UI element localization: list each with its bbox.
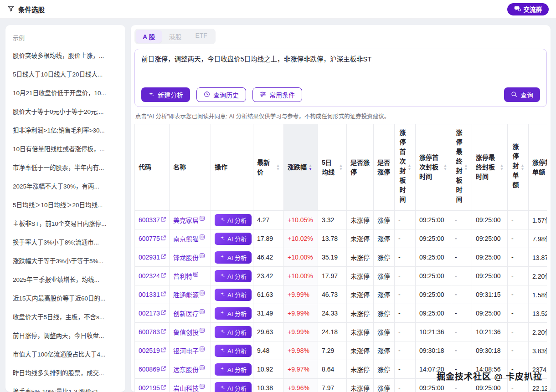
example-list-item[interactable]: 10月21日收盘价低于开盘价，10... bbox=[13, 83, 118, 102]
query-box: 前日涨停，调整两天，今日收盘价5日均线之上，非涨停非跌停，沪深主板非ST 新建分… bbox=[134, 49, 547, 107]
stock-code-link[interactable]: 600783 bbox=[139, 328, 166, 336]
ai-analyze-button[interactable]: AI 分析 bbox=[215, 382, 252, 392]
cell-last-seal-time: 09:31:15 bbox=[472, 285, 508, 304]
example-list-item[interactable]: 股价突破多根均线，股价上涨，... bbox=[13, 46, 118, 64]
example-list-item[interactable]: 昨日均线多头排列的股票，成交... bbox=[13, 363, 118, 382]
example-list-item[interactable]: 扣非净利润>1亿;销售毛利率>30... bbox=[13, 120, 118, 139]
kline-chart-icon bbox=[200, 364, 205, 372]
column-label: 是否涨停 bbox=[377, 158, 391, 177]
ai-analyze-button[interactable]: AI 分析 bbox=[215, 214, 252, 226]
stock-code-link[interactable]: 002173 bbox=[139, 310, 166, 317]
stock-name-link[interactable]: 南京熊猫 bbox=[173, 234, 205, 243]
stock-name-link[interactable]: 普利特 bbox=[173, 271, 198, 280]
common-conditions-button[interactable]: 常用条件 bbox=[252, 87, 302, 102]
stock-code-link[interactable]: 001331 bbox=[139, 291, 166, 298]
ai-analyze-button[interactable]: AI 分析 bbox=[215, 345, 252, 357]
cell-name: 远东股份 bbox=[170, 360, 211, 379]
column-header-code: 代码 bbox=[135, 124, 170, 211]
chat-group-button[interactable]: 交流群 bbox=[507, 3, 549, 15]
stock-name-link[interactable]: 鲁信创投 bbox=[173, 327, 205, 336]
kline-chart-icon bbox=[200, 308, 205, 316]
column-header-first_seal_b[interactable]: 涨停首次封板时间▲▼ bbox=[416, 124, 451, 211]
stock-name-link[interactable]: 远东股份 bbox=[173, 365, 205, 374]
example-list-item[interactable]: 换手率大于3%小于8%;流通市... bbox=[13, 232, 118, 251]
stock-name-link[interactable]: 胜通能源 bbox=[173, 290, 205, 299]
stock-code-link[interactable]: 600775 bbox=[139, 235, 166, 242]
ai-analyze-button[interactable]: AI 分析 bbox=[215, 251, 252, 264]
stock-code-link[interactable]: 002195 bbox=[139, 384, 166, 392]
query-history-button[interactable]: 查询历史 bbox=[196, 87, 246, 102]
cell-limit-today: 未涨停 bbox=[347, 211, 374, 229]
page-title: 条件选股 bbox=[18, 5, 45, 14]
column-header-first_seal_a[interactable]: 涨停首次封板时间▲▼ bbox=[395, 124, 416, 211]
column-header-last_seal_a[interactable]: 涨停最终封板时间▲▼ bbox=[451, 124, 472, 211]
sort-caret-icon[interactable]: ▲▼ bbox=[443, 164, 447, 171]
example-list-item[interactable]: 主板非ST，前10个交易日内涨停... bbox=[13, 214, 118, 232]
tab-a-share[interactable]: A 股 bbox=[136, 30, 162, 43]
example-list-item[interactable]: 2025年三季报业绩增长，均线... bbox=[13, 270, 118, 288]
example-list-item[interactable]: 前日涨停，调整两天，今日收盘... bbox=[13, 326, 118, 344]
cell-change: +10.00% bbox=[284, 248, 318, 267]
stock-name-link[interactable]: 美克家居 bbox=[173, 215, 205, 224]
stock-name-link[interactable]: 岩山科技 bbox=[173, 383, 205, 392]
stock-code: 002195 bbox=[139, 384, 160, 392]
example-list-item[interactable]: 10日有倍量阳线柱或者涨停板，... bbox=[13, 139, 118, 158]
stock-name-link[interactable]: 锋龙股份 bbox=[173, 253, 205, 262]
cell-last-seal-time: 09:25:00 bbox=[472, 304, 508, 323]
stock-code-link[interactable]: 600869 bbox=[139, 366, 166, 373]
new-analysis-button[interactable]: 新建分析 bbox=[141, 87, 190, 102]
sort-caret-icon[interactable]: ▲▼ bbox=[309, 164, 312, 171]
example-list-item[interactable]: 5日线大于10日线大于20日线大... bbox=[13, 64, 118, 83]
query-input[interactable]: 前日涨停，调整两天，今日收盘价5日均线之上，非涨停非跌停，沪深主板非ST bbox=[141, 55, 540, 85]
ai-analyze-button[interactable]: AI 分析 bbox=[215, 270, 252, 282]
stock-code-link[interactable]: 002324 bbox=[139, 272, 166, 280]
stock-code-link[interactable]: 600337 bbox=[139, 216, 166, 224]
ai-analyze-label: AI 分析 bbox=[227, 253, 247, 262]
ai-analyze-button[interactable]: AI 分析 bbox=[215, 233, 252, 245]
column-header-ma5[interactable]: 5日均线▲▼ bbox=[318, 124, 347, 211]
stock-code-link[interactable]: 002519 bbox=[139, 347, 166, 354]
column-header-change[interactable]: 涨跌幅▲▼ bbox=[284, 124, 318, 211]
ai-analyze-button[interactable]: AI 分析 bbox=[215, 307, 252, 320]
ai-analyze-button[interactable]: AI 分析 bbox=[215, 289, 252, 301]
column-header-last_seal_b[interactable]: 涨停最终封板时间▲▼ bbox=[472, 124, 508, 211]
example-list-item[interactable]: 收盘价大于5日线，主板，不含s... bbox=[13, 307, 118, 326]
page-layout: 示例 股价突破多根均线，股价上涨，... 5日线大于10日线大于20日线大...… bbox=[0, 19, 556, 392]
example-list-item[interactable]: 2025年涨幅不大于30%，有两... bbox=[13, 176, 118, 195]
example-list-item[interactable]: 5日均线＞10日均线＞20日均线... bbox=[13, 195, 118, 214]
example-item-label: 10日有倍量阳线柱或者涨停板，... bbox=[13, 146, 105, 153]
example-item-label: 换手率5%-10%;量比1-3;股价<1... bbox=[13, 388, 103, 392]
example-list-item[interactable]: 涨跌幅大于等于3%小于等于5%... bbox=[13, 251, 118, 270]
stock-name-link[interactable]: 创新医疗 bbox=[173, 309, 205, 318]
cell-limit-prev: 涨停 bbox=[374, 285, 395, 304]
example-list-item[interactable]: 近15天内最高股价等于近60日的... bbox=[13, 288, 118, 307]
sort-caret-icon[interactable]: ▲▼ bbox=[521, 164, 525, 171]
results-table: 代码名称操作最新价▲▼涨跌幅▲▼5日均线▲▼是否涨停是否涨停涨停首次封板时间▲▼… bbox=[134, 124, 547, 392]
search-button[interactable]: 查询 bbox=[504, 87, 540, 102]
cell-limit-prev: 涨停 bbox=[374, 360, 395, 379]
column-header-seal_amt_b[interactable]: 涨停封单额▲▼ bbox=[529, 124, 547, 211]
sort-caret-icon[interactable]: ▲▼ bbox=[339, 164, 343, 171]
sort-caret-icon[interactable]: ▲▼ bbox=[408, 164, 412, 171]
tab-hk-share[interactable]: 港股 bbox=[162, 30, 188, 43]
tab-etf[interactable]: ETF bbox=[188, 30, 214, 43]
column-header-seal_amt_a[interactable]: 涨停封单额▲▼ bbox=[508, 124, 529, 211]
stock-code: 002324 bbox=[139, 272, 160, 280]
example-list-item[interactable]: 股价大于等于0元小于等于20元;... bbox=[13, 102, 118, 120]
stock-name-link[interactable]: 银河电子 bbox=[173, 346, 205, 355]
sort-caret-icon[interactable]: ▲▼ bbox=[500, 164, 504, 171]
ai-analyze-button[interactable]: AI 分析 bbox=[215, 363, 252, 376]
sort-caret-icon[interactable]: ▲▼ bbox=[464, 164, 468, 171]
sort-caret-icon[interactable]: ▲▼ bbox=[276, 164, 280, 171]
example-item-label: 市值大于100亿流通股占比大于4... bbox=[13, 351, 105, 358]
top-bar: 条件选股 交流群 bbox=[0, 0, 556, 19]
column-header-price[interactable]: 最新价▲▼ bbox=[253, 124, 284, 211]
ai-analyze-button[interactable]: AI 分析 bbox=[215, 326, 252, 338]
example-list-item[interactable]: 市净率低于一的股票，半年内有... bbox=[13, 158, 118, 176]
cell-seal-amount: 7.98亿 bbox=[529, 229, 547, 248]
stock-code-link[interactable]: 002931 bbox=[139, 254, 166, 261]
example-list-item[interactable]: 市值大于100亿流通股占比大于4... bbox=[13, 344, 118, 363]
examples-sidebar: 示例 股价突破多根均线，股价上涨，... 5日线大于10日线大于20日线大...… bbox=[5, 25, 125, 392]
cell-change: +10.05% bbox=[284, 211, 318, 229]
example-list-item[interactable]: 换手率5%-10%;量比1-3;股价<1... bbox=[13, 382, 118, 392]
